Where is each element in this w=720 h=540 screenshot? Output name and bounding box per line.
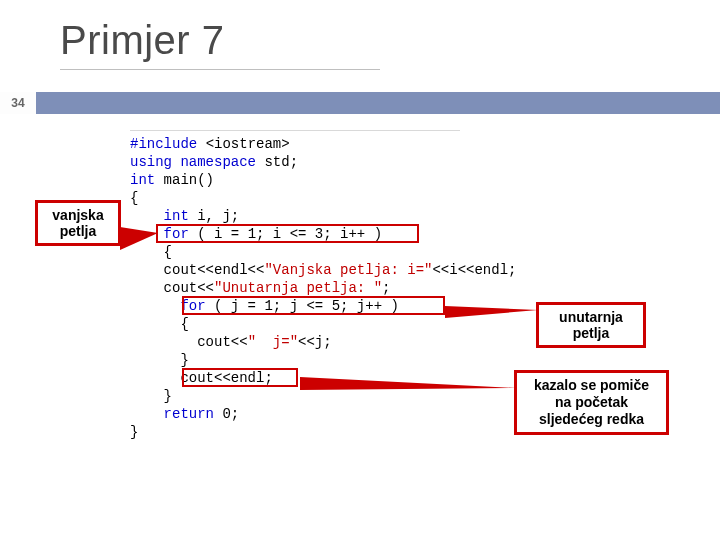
code-kw: return — [130, 406, 222, 422]
code-text: <iostream> — [206, 136, 290, 152]
code-text: { — [130, 243, 590, 261]
callout-kazalo: kazalo se pomiče na početak sljedećeg re… — [514, 370, 669, 435]
code-text: std; — [264, 154, 298, 170]
callout-unutarnja-petlja: unutarnja petlja — [536, 302, 646, 348]
code-text: <<i<<endl; — [432, 262, 516, 278]
badge-bar — [0, 92, 720, 114]
code-text: cout<<endl<< — [130, 262, 264, 278]
code-kw: using namespace — [130, 154, 264, 170]
code-text: ; — [382, 280, 390, 296]
code-kw: int — [130, 208, 197, 224]
title-underline — [60, 69, 380, 70]
highlight-inner-for — [182, 296, 445, 315]
code-text: <<j; — [298, 334, 332, 350]
code-text: i, j; — [197, 208, 239, 224]
slide-title: Primjer 7 — [0, 0, 720, 69]
highlight-cout-endl — [182, 368, 298, 387]
callout-vanjska-petlja: vanjska petlja — [35, 200, 121, 246]
code-kw: #include — [130, 136, 206, 152]
code-text: { — [130, 189, 590, 207]
code-text: 0; — [222, 406, 239, 422]
page-number: 34 — [0, 92, 36, 114]
code-text: cout<< — [130, 334, 248, 350]
code-text: main() — [164, 172, 214, 188]
code-text: cout<< — [130, 280, 214, 296]
code-string: "Vanjska petlja: i=" — [264, 262, 432, 278]
code-text: { — [130, 315, 590, 333]
code-string: "Unutarnja petlja: " — [214, 280, 382, 296]
code-string: " j=" — [248, 334, 298, 350]
highlight-outer-for — [156, 224, 419, 243]
code-kw: int — [130, 172, 164, 188]
code-rule — [130, 130, 460, 131]
code-text: } — [130, 351, 590, 369]
